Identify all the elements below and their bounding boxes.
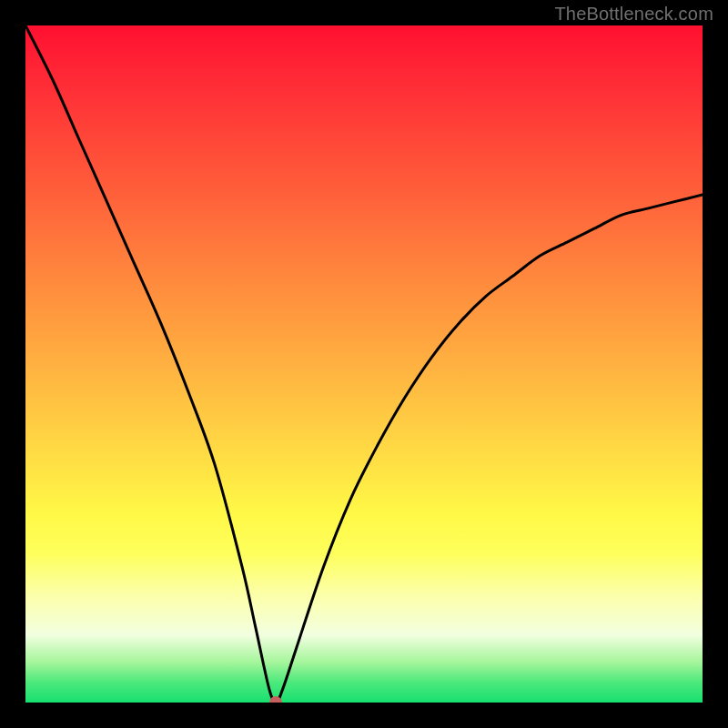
- watermark-text: TheBottleneck.com: [554, 4, 713, 25]
- optimum-marker: [269, 696, 282, 703]
- outer-frame: TheBottleneck.com: [0, 0, 728, 728]
- plot-area: [25, 25, 703, 703]
- bottleneck-curve: [25, 25, 703, 703]
